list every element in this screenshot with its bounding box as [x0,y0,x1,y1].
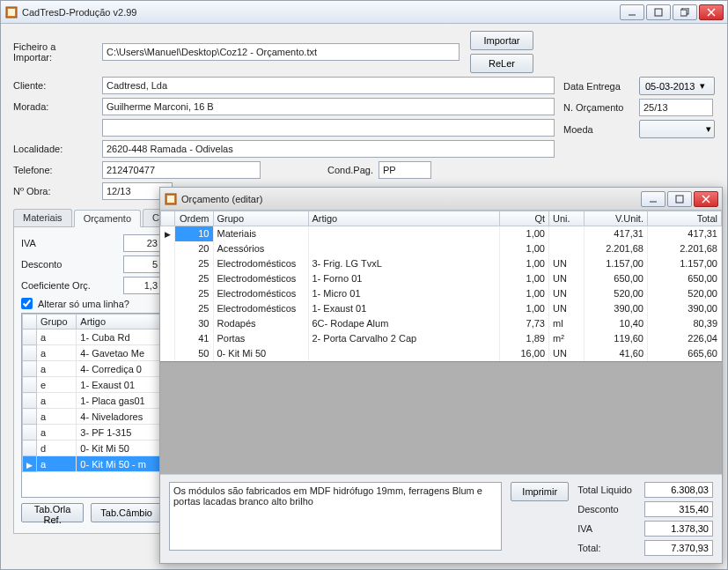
alterar-checkbox[interactable] [21,298,33,309]
reler-button[interactable]: ReLer [470,54,533,73]
total-desconto-label: Desconto [577,504,632,514]
app-icon [4,5,18,19]
condpag-label: Cond.Pag. [327,165,373,175]
table-row[interactable]: a1- Cuba Rd [23,329,161,345]
table-row[interactable]: 30Rodapés6C- Rodape Alum7,73ml10,4080,39 [161,316,722,331]
table-row[interactable]: d0- Kit Mi 50 [23,440,161,456]
orcamento-grid[interactable]: GrupoArtigo a1- Cuba Rda4- Gavetao Mea4-… [21,313,162,498]
table-row[interactable]: 25Electrodomésticos1- Micro 011,00UN520,… [161,286,722,301]
orcamento-editar-grid[interactable]: Ordem Grupo Artigo Qt Uni. V.Unit. Total… [160,211,722,474]
col-grupo[interactable]: Grupo [213,211,308,226]
table-row[interactable]: 25Electrodomésticos3- Frig. LG TvxL1,00U… [161,256,722,271]
tab-cambio-button[interactable]: Tab.Câmbio [91,503,162,522]
maximize-button[interactable] [646,4,671,20]
orcamento-editar-window: Orçamento (editar) Ordem Grupo Artigo Qt… [159,187,723,564]
total-iva-label: IVA [577,523,632,534]
total-iva-value: 1.378,30 [644,521,713,537]
desconto-input[interactable] [123,255,162,273]
cliente-label: Cliente: [13,80,97,91]
localidade-input[interactable] [102,140,555,158]
morada1-input[interactable] [102,98,555,115]
table-row[interactable]: 41Portas2- Porta Carvalho 2 Cap1,89m²119… [161,331,722,346]
svg-rect-5 [680,10,687,16]
coef-label: Coeficiente Orç. [21,280,118,291]
import-path-input[interactable] [102,43,460,61]
n-orcamento-label: N. Orçamento [563,102,634,113]
table-row[interactable]: a3- PF 1-315 [23,425,161,440]
table-row[interactable]: 500- Kit Mi 5016,00UN41,60665,60 [161,346,722,361]
moeda-dropdown[interactable]: ▾ [639,120,715,138]
import-label: Ficheiro a Importar: [13,41,97,63]
svg-rect-11 [676,196,683,203]
data-entrega-dropdown[interactable]: 05-03-2013▾ [639,77,715,95]
row-pointer-icon: ▶ [26,461,33,470]
col-qt[interactable]: Qt [500,211,549,226]
table-row[interactable]: a4- Gavetao Me [23,345,161,361]
tab-orla-button[interactable]: Tab.Orla Ref. [21,503,84,522]
table-row[interactable]: a4- Niveladores [23,409,161,425]
table-row[interactable]: ▶a0- Kit Mi 50 - m [23,456,161,472]
cliente-input[interactable] [102,77,555,94]
desconto-label: Desconto [21,259,118,270]
app-icon [164,192,178,206]
notes-textarea[interactable] [169,482,502,551]
iva-input[interactable] [123,234,162,252]
grid-empty-area [160,361,722,475]
minimize-button[interactable] [620,4,644,20]
tab-materiais[interactable]: Materiais [13,209,72,226]
table-row[interactable]: a1- Placa gas01 [23,393,161,409]
nobra-label: Nº Obra: [13,186,97,196]
table-row[interactable]: 20Acessórios1,002.201,682.201,68 [161,241,722,256]
total-desconto-value: 315,40 [644,501,713,517]
total-label: Total: [577,543,632,553]
sub-titlebar: Orçamento (editar) [160,188,722,211]
table-row[interactable]: ▶10Materiais1,00417,31417,31 [161,226,722,241]
iva-label: IVA [21,238,118,248]
telefone-input[interactable] [102,161,261,179]
col-ordem[interactable]: Ordem [174,211,213,226]
caret-down-icon: ▾ [700,80,705,92]
table-row[interactable]: 25Electrodomésticos1- Forno 011,00UN650,… [161,271,722,286]
sub-title: Orçamento (editar) [181,194,639,204]
caret-down-icon: ▾ [706,123,711,135]
main-titlebar: CadTresD-Produção v2.99 [1,1,727,24]
svg-rect-1 [8,9,15,16]
sub-close-button[interactable] [694,191,718,207]
imprimir-button[interactable]: Imprimir [511,482,569,501]
sub-minimize-button[interactable] [641,191,665,207]
col-uni[interactable]: Uni. [549,211,585,226]
table-row[interactable]: e1- Exaust 01 [23,377,161,393]
telefone-label: Telefone: [13,165,97,175]
moeda-label: Moeda [563,124,634,135]
close-button[interactable] [699,4,724,20]
col-grupo[interactable]: Grupo [37,315,77,329]
tab-orcamento[interactable]: Orçamento [74,210,141,227]
table-row[interactable]: 25Electrodomésticos1- Exaust 011,00UN390… [161,301,722,316]
col-artigo[interactable]: Artigo [77,315,161,329]
n-orcamento-input[interactable] [639,99,713,116]
total-liquido-label: Total Liquido [577,485,632,495]
condpag-input[interactable] [379,161,431,179]
total-liquido-value: 6.308,03 [644,482,713,498]
alterar-label: Alterar só uma linha? [38,299,129,309]
col-vunit[interactable]: V.Unit. [585,211,648,226]
svg-rect-3 [655,9,662,16]
col-total[interactable]: Total [648,211,722,226]
main-title: CadTresD-Produção v2.99 [22,7,618,18]
data-entrega-label: Data Entrega [563,81,634,92]
morada-label: Morada: [13,101,97,112]
svg-rect-9 [167,196,174,203]
import-button[interactable]: Importar [470,31,533,50]
restore-button[interactable] [673,4,697,20]
morada2-input[interactable] [102,119,555,137]
coef-input[interactable] [123,277,162,294]
table-row[interactable]: a4- Corrediça 0 [23,361,161,377]
localidade-label: Localidade: [13,144,97,154]
row-pointer-icon: ▶ [165,230,171,239]
totals: Total Liquido6.308,03 Desconto315,40 IVA… [577,482,713,556]
sub-maximize-button[interactable] [667,191,692,207]
sub-footer: Imprimir Total Liquido6.308,03 Desconto3… [160,474,722,563]
col-artigo[interactable]: Artigo [308,211,500,226]
total-value: 7.370,93 [644,540,713,556]
